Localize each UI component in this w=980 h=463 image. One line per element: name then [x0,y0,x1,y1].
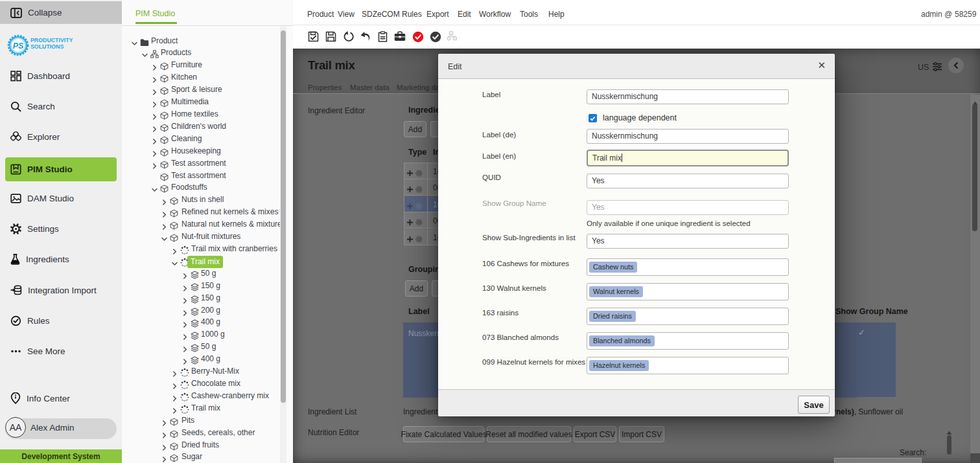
svg-text:PS: PS [13,41,24,51]
